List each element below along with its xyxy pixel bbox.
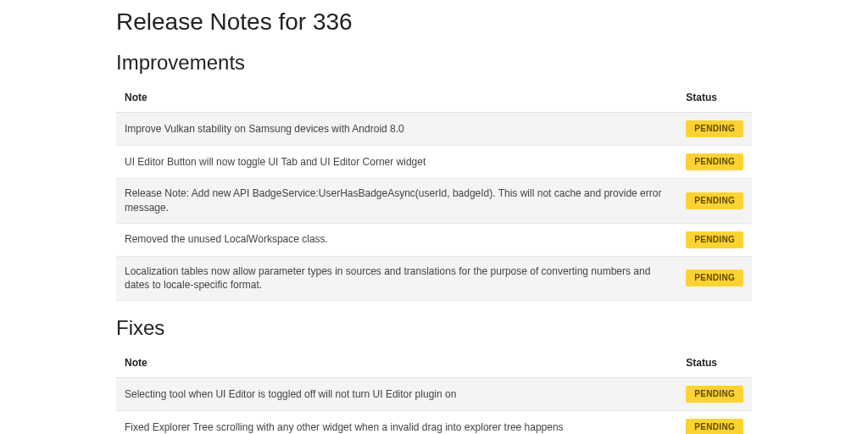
table-row: Localization tables now allow parameter … [116,256,752,301]
status-cell: PENDING [677,146,752,179]
status-cell: PENDING [677,223,752,256]
table-row: Selecting tool when UI Editor is toggled… [116,378,752,411]
page-title: Release Notes for 336 [116,8,752,36]
fixes-table: Note Status Selecting tool when UI Edito… [116,348,752,434]
table-row: UI Editor Button will now toggle UI Tab … [116,146,752,179]
table-row: Fixed Explorer Tree scrolling with any o… [116,411,752,434]
improvements-table: Note Status Improve Vulkan stability on … [116,83,752,301]
section-heading-fixes: Fixes [116,316,752,340]
note-cell: Localization tables now allow parameter … [116,256,677,301]
table-row: Improve Vulkan stability on Samsung devi… [116,113,752,146]
col-note: Note [116,348,677,378]
note-cell: Removed the unused LocalWorkspace class. [116,223,677,256]
status-badge: PENDING [686,231,743,248]
note-cell: Selecting tool when UI Editor is toggled… [116,378,677,411]
status-badge: PENDING [686,419,743,434]
status-cell: PENDING [677,378,752,411]
col-status: Status [677,348,752,378]
section-heading-improvements: Improvements [116,51,752,75]
status-badge: PENDING [686,386,743,403]
note-cell: Improve Vulkan stability on Samsung devi… [116,113,677,146]
status-cell: PENDING [677,256,752,301]
release-notes-container: Release Notes for 336 Improvements Note … [108,8,760,434]
status-cell: PENDING [677,411,752,434]
status-badge: PENDING [686,120,743,137]
status-cell: PENDING [677,179,752,224]
note-cell: UI Editor Button will now toggle UI Tab … [116,146,677,179]
status-cell: PENDING [677,113,752,146]
status-badge: PENDING [686,270,743,287]
col-status: Status [677,83,752,113]
table-row: Release Note: Add new API BadgeService:U… [116,179,752,224]
col-note: Note [116,83,677,113]
note-cell: Fixed Explorer Tree scrolling with any o… [116,411,677,434]
table-row: Removed the unused LocalWorkspace class.… [116,223,752,256]
status-badge: PENDING [686,153,743,170]
status-badge: PENDING [686,192,743,209]
note-cell: Release Note: Add new API BadgeService:U… [116,179,677,224]
